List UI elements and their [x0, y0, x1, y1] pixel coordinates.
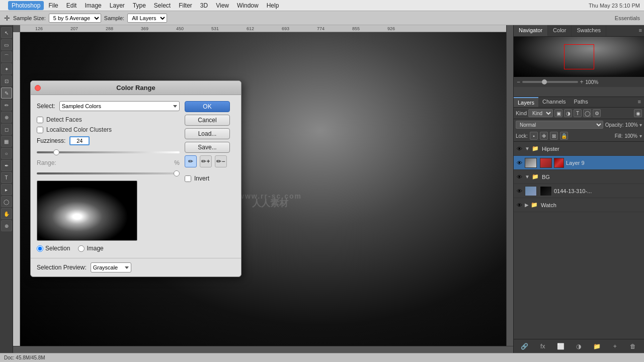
- menu-file[interactable]: File: [45, 1, 61, 10]
- shape-tool[interactable]: ◯: [1, 196, 12, 207]
- tab-swatches[interactable]: Swatches: [572, 25, 606, 36]
- pen-tool[interactable]: ✒: [1, 160, 12, 171]
- magic-wand-tool[interactable]: ✦: [1, 63, 12, 74]
- gradient-tool[interactable]: ▦: [1, 136, 12, 147]
- zoom-tool[interactable]: ⊕: [1, 220, 12, 231]
- lock-artboard-icon[interactable]: ⊠: [550, 132, 558, 140]
- eyedropper-add-icon[interactable]: ✏+: [200, 155, 212, 167]
- clone-tool[interactable]: ⊕: [1, 112, 12, 123]
- add-fx-icon[interactable]: fx: [538, 342, 547, 351]
- sample-size-select[interactable]: 5 by 5 Average: [49, 14, 101, 23]
- layer-visibility-hipster[interactable]: 👁: [516, 145, 523, 152]
- brush-tool[interactable]: ✏: [1, 100, 12, 111]
- add-folder-icon[interactable]: 📁: [592, 342, 601, 351]
- layer-item-watch[interactable]: 👁 ▶ 📁 Watch: [514, 198, 644, 212]
- eyedropper-tool[interactable]: ✎: [1, 87, 12, 99]
- lock-position-icon[interactable]: ✙: [540, 132, 548, 140]
- layer-filter-adjust-icon[interactable]: ◑: [564, 109, 572, 117]
- add-link-icon[interactable]: 🔗: [520, 342, 529, 351]
- layer-filter-shape-icon[interactable]: ◯: [583, 109, 591, 117]
- layer-filter-toggle-icon[interactable]: ◉: [634, 109, 642, 117]
- tab-navigator[interactable]: Navigator: [514, 25, 548, 36]
- layer-expand-bg[interactable]: ▼: [525, 174, 530, 179]
- layer-item-bg[interactable]: 👁 ▼ 📁 BG: [514, 170, 644, 184]
- eyedropper-sample-icon[interactable]: ✏: [185, 155, 197, 167]
- menu-help[interactable]: Help: [263, 1, 283, 10]
- layer-filter-pixel-icon[interactable]: ▣: [554, 109, 562, 117]
- blend-mode-select[interactable]: Normal: [516, 121, 603, 129]
- layer-item-0144[interactable]: 👁 0144-13-310-...: [514, 184, 644, 198]
- move-tool[interactable]: ↖: [1, 27, 12, 38]
- menu-window[interactable]: Window: [233, 1, 262, 10]
- selection-preview-select[interactable]: None Grayscale Black Matte White Matte Q…: [91, 262, 131, 273]
- layer-kind-select[interactable]: Kind: [528, 109, 553, 117]
- lock-all-icon[interactable]: 🔒: [560, 132, 568, 140]
- delete-layer-icon[interactable]: 🗑: [628, 342, 637, 351]
- tab-channels[interactable]: Channels: [538, 97, 570, 107]
- horizontal-scrollbar[interactable]: [13, 346, 513, 353]
- menu-photoshop[interactable]: Photoshop: [8, 1, 44, 10]
- text-tool[interactable]: T: [1, 172, 12, 183]
- add-mask-icon[interactable]: ⬜: [556, 342, 566, 351]
- layer-filter-type-icon[interactable]: T: [574, 109, 582, 117]
- fill-arrow-icon[interactable]: ▾: [639, 133, 642, 139]
- menu-type[interactable]: Type: [129, 1, 149, 10]
- selection-radio-label[interactable]: Selection: [37, 245, 70, 252]
- menu-filter[interactable]: Filter: [175, 1, 196, 10]
- tab-layers[interactable]: Layers: [514, 97, 538, 107]
- layer-filter-smart-icon[interactable]: ⚙: [593, 109, 601, 117]
- layers-panel-menu-icon[interactable]: ≡: [635, 97, 644, 107]
- cancel-button[interactable]: Cancel: [185, 115, 230, 126]
- tab-color[interactable]: Color: [548, 25, 572, 36]
- detect-faces-checkbox[interactable]: [37, 117, 43, 123]
- select-dropdown[interactable]: Sampled Colors Reds Yellows Greens Cyans…: [59, 101, 180, 111]
- tab-paths[interactable]: Paths: [570, 97, 592, 107]
- vertical-scrollbar[interactable]: [506, 25, 513, 346]
- add-layer-icon[interactable]: +: [610, 342, 619, 351]
- zoom-in-icon[interactable]: +: [580, 78, 584, 85]
- dialog-close-button[interactable]: [35, 85, 41, 91]
- layer-expand-hipster[interactable]: ▼: [525, 146, 530, 151]
- image-radio[interactable]: [78, 245, 85, 252]
- add-adjustment-icon[interactable]: ◑: [574, 342, 583, 351]
- opacity-arrow-icon[interactable]: ▾: [639, 122, 642, 128]
- menu-select[interactable]: Select: [150, 1, 174, 10]
- zoom-out-icon[interactable]: −: [517, 78, 520, 85]
- save-button[interactable]: Save...: [185, 142, 230, 153]
- layer-item-hipster[interactable]: 👁 ▼ 📁 Hipster: [514, 142, 644, 156]
- range-slider[interactable]: [37, 172, 180, 174]
- layer-item-layer9[interactable]: 👁 Layer 9: [514, 156, 644, 170]
- layer-expand-watch[interactable]: ▶: [525, 202, 529, 208]
- crop-tool[interactable]: ⊡: [1, 75, 12, 86]
- invert-checkbox[interactable]: [185, 175, 191, 182]
- sample-select[interactable]: All Layers: [127, 14, 167, 23]
- lock-pixel-icon[interactable]: ▪: [530, 132, 538, 140]
- hand-tool[interactable]: ✋: [1, 208, 12, 219]
- path-select-tool[interactable]: ▸: [1, 184, 12, 195]
- eyedropper-tool-icon[interactable]: ✛: [4, 14, 10, 22]
- eraser-tool[interactable]: ◻: [1, 124, 12, 135]
- layer-visibility-watch[interactable]: 👁: [516, 202, 523, 209]
- layer-visibility-0144[interactable]: 👁: [516, 188, 523, 195]
- eyedropper-subtract-icon[interactable]: ✏−: [215, 155, 227, 167]
- marquee-tool[interactable]: ▭: [1, 39, 12, 50]
- fuzziness-input[interactable]: [69, 136, 90, 145]
- menu-edit[interactable]: Edit: [63, 1, 80, 10]
- ok-button[interactable]: OK: [185, 101, 230, 112]
- menu-3d[interactable]: 3D: [197, 1, 211, 10]
- panel-menu-icon[interactable]: ≡: [637, 25, 644, 36]
- opacity-value[interactable]: 100%: [625, 122, 638, 128]
- load-button[interactable]: Load...: [185, 128, 230, 139]
- image-radio-label[interactable]: Image: [78, 245, 103, 252]
- layer-visibility-layer9[interactable]: 👁: [516, 159, 523, 166]
- zoom-slider[interactable]: [522, 81, 578, 83]
- localized-clusters-checkbox[interactable]: [37, 127, 43, 133]
- dodge-tool[interactable]: ○: [1, 148, 12, 159]
- menu-layer[interactable]: Layer: [106, 1, 128, 10]
- selection-radio[interactable]: [37, 245, 43, 252]
- fuzziness-slider[interactable]: [37, 151, 180, 153]
- fill-value[interactable]: 100%: [624, 133, 637, 139]
- lasso-tool[interactable]: ⌒: [1, 51, 12, 62]
- layer-visibility-bg[interactable]: 👁: [516, 173, 523, 180]
- menu-view[interactable]: View: [212, 1, 232, 10]
